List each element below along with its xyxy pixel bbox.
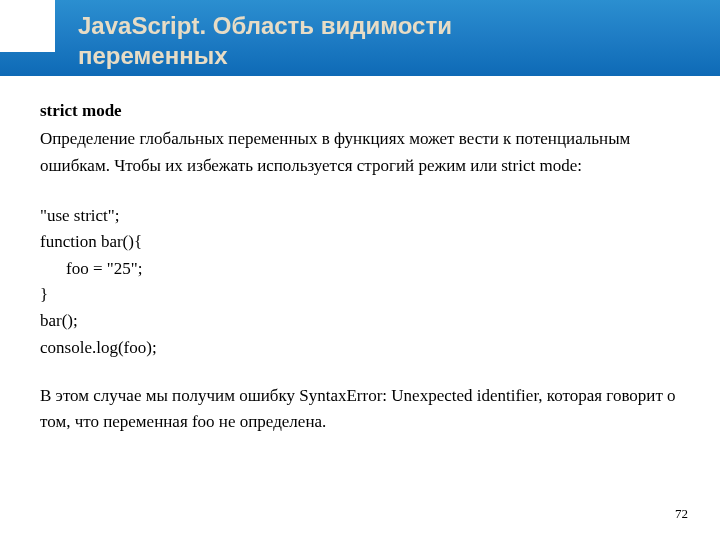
slide-header: JavaScript. Область видимости переменных bbox=[0, 0, 720, 76]
header-corner-block bbox=[0, 0, 55, 52]
section-subtitle: strict mode bbox=[40, 98, 680, 124]
code-line-4: } bbox=[40, 282, 680, 308]
spacer bbox=[40, 181, 680, 203]
intro-paragraph: Определение глобальных переменных в функ… bbox=[40, 126, 680, 179]
code-line-5: bar(); bbox=[40, 308, 680, 334]
outro-paragraph: В этом случае мы получим ошибку SyntaxEr… bbox=[40, 383, 680, 436]
code-line-6: console.log(foo); bbox=[40, 335, 680, 361]
title-line-1: JavaScript. Область видимости bbox=[78, 12, 452, 39]
slide-content: strict mode Определение глобальных перем… bbox=[0, 76, 720, 436]
slide-title: JavaScript. Область видимости переменных bbox=[0, 5, 452, 71]
code-line-1: "use strict"; bbox=[40, 203, 680, 229]
spacer bbox=[40, 361, 680, 383]
title-line-2: переменных bbox=[78, 42, 227, 69]
code-line-3: foo = "25"; bbox=[40, 256, 680, 282]
page-number: 72 bbox=[675, 506, 688, 522]
code-line-2: function bar(){ bbox=[40, 229, 680, 255]
